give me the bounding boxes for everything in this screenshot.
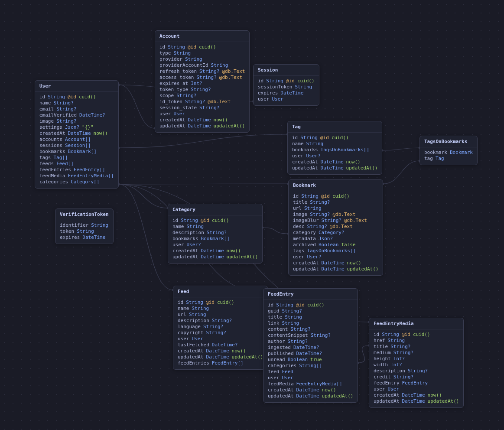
model-header[interactable]: TagsOnBookmarks [420,136,477,147]
model-feedentry[interactable]: FeedEntryidString@idcuid()guidString?tit… [263,288,358,403]
model-header[interactable]: User [35,81,118,92]
field-type: String? [307,224,327,230]
field-name: name [292,141,304,147]
field-type: DateTime? [79,112,105,118]
field-name: id [268,302,273,308]
field-type: String? [310,212,330,218]
model-header[interactable]: Session [254,65,319,76]
field-name: user [293,254,305,260]
field-type: DateTime [188,117,211,123]
field-row: expiresDateTime [60,235,109,241]
field-type: String [276,302,293,308]
relation-edge [383,161,419,184]
field-row: createdAtDateTimenow() [39,130,114,137]
model-header[interactable]: Account [155,31,249,42]
model-body: idString@idcuid()sessionTokenStringexpir… [254,76,319,105]
field-name: id [172,218,178,224]
field-row: updatedAtDateTimeupdatedAt() [268,393,353,399]
field-row: userUser? [293,254,378,260]
field-default: updatedAt() [347,266,379,272]
model-header[interactable]: Feed [173,286,267,297]
field-name: feedMedia [39,173,65,179]
model-tagsonbookmarks[interactable]: TagsOnBookmarksbookmarkBookmarktagTag [419,136,478,165]
model-user[interactable]: UseridString@idcuid()nameString?emailStr… [35,80,119,189]
model-feed[interactable]: FeedidString@idcuid()nameStringurlString… [173,286,268,370]
model-header[interactable]: Category [168,204,262,215]
field-default: now() [346,159,361,165]
model-body: identifierStringtokenStringexpiresDateTi… [55,220,113,244]
field-default: now() [227,248,241,254]
model-bookmark[interactable]: BookmarkidString@idcuid()titleString?url… [288,179,383,276]
field-type: String? [207,230,227,236]
field-type: String [185,56,202,62]
field-row: categoryCategory? [293,230,378,236]
relation-edge [119,184,168,208]
model-feedentrymedia[interactable]: FeedEntryMediaidString@idcuid()hrefStrin… [369,318,464,408]
field-row: createdAtDateTimenow() [172,248,258,254]
field-row: identifierString [60,222,109,228]
field-row: unreadBooleantrue [268,357,353,363]
model-header[interactable]: Bookmark [289,180,383,191]
field-name: categories [268,363,296,369]
model-session[interactable]: SessionidString@idcuid()sessionTokenStri… [253,64,319,106]
field-type: FeedEntry[] [212,360,244,366]
field-name: name [178,306,189,312]
field-type: User [192,336,204,342]
field-row: userUser? [292,153,377,159]
model-body: idString@idcuid()typeStringproviderStrin… [155,42,249,132]
field-type: TagsOnBookmarks[] [321,147,370,153]
field-row: categoriesString[] [268,363,353,369]
field-name: contentSnippet [268,332,308,339]
model-body: idString@idcuid()nameString?emailString?… [35,92,118,188]
model-category[interactable]: CategoryidString@idcuid()nameStringdescr… [168,204,263,264]
field-name: content [268,326,288,332]
field-name: bookmarks [292,147,318,153]
field-default: "{}" [82,124,94,130]
model-account[interactable]: AccountidString@idcuid()typeStringprovid… [155,30,250,133]
field-name: id [258,78,263,84]
field-row: expiresDateTime [258,90,315,96]
model-header[interactable]: FeedEntryMedia [369,318,463,329]
field-name: name [39,100,51,106]
field-type: String? [393,374,413,380]
field-type: Feed [282,369,294,375]
field-type: String[] [299,363,322,369]
field-row: idString@idcuid() [293,193,378,199]
field-default: now() [214,117,228,123]
field-name: updatedAt [172,254,198,260]
field-row: createdAtDateTimenow() [268,387,353,393]
field-row: createdAtDateTimenow() [292,159,377,165]
field-type: Int? [390,362,402,368]
model-tag[interactable]: TagidString@idcuid()nameStringbookmarksT… [287,121,382,175]
field-name: session_state [159,105,197,111]
field-type: TagsOnBookmarks[] [307,248,356,254]
model-header[interactable]: FeedEntry [263,289,358,300]
field-name: bookmarks [172,236,198,242]
model-body: idString@idcuid()hrefStringtitleString?m… [369,329,463,407]
field-type: Bookmark [450,150,473,156]
field-name: id [293,193,299,199]
field-type: DateTime [201,254,224,260]
field-name: feedEntry [374,380,400,386]
field-row: contentString? [268,326,353,332]
field-name: updatedAt [374,398,400,404]
field-default: false [341,242,355,248]
field-default: updatedAt() [346,165,378,171]
field-row: imageString?@db.Text [293,212,378,218]
field-name: height [374,356,391,362]
field-row: descriptionString? [374,368,459,374]
field-default: now() [322,387,336,393]
field-name: refresh_token [159,68,197,75]
field-row: tagTag [424,156,473,162]
field-row: titleString [268,314,353,320]
field-name: image [293,212,307,218]
model-verificationtoken[interactable]: VerificationTokenidentifierStringtokenSt… [55,208,114,244]
field-type: DateTime [402,392,425,398]
field-type: DateTime [206,348,229,354]
model-header[interactable]: VerificationToken [55,209,113,220]
field-row: createdAtDateTimenow() [178,348,263,354]
model-header[interactable]: Tag [288,121,382,133]
field-name: medium [374,350,391,356]
field-name: imageBlur [293,218,319,224]
field-type: String [295,84,312,90]
